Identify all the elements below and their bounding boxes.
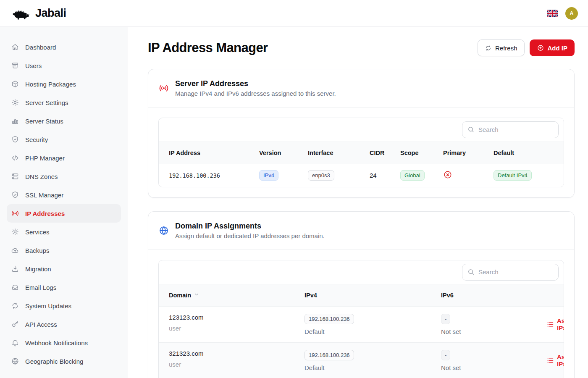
ipv6-label: Not set [441, 328, 547, 335]
sidebar-item-label: PHP Manager [25, 155, 65, 162]
sidebar-item-backups[interactable]: Backups [7, 241, 121, 260]
globe-icon [158, 225, 169, 236]
server-stack-icon [11, 172, 19, 181]
ipv6-badge: - [441, 350, 450, 360]
user-avatar[interactable]: A [565, 7, 578, 20]
language-flag-icon[interactable] [547, 10, 558, 17]
sidebar-item-php-manager[interactable]: PHP Manager [7, 149, 121, 167]
sidebar-item-server-settings[interactable]: Server Settings [7, 93, 121, 112]
sidebar-item-label: Security [25, 136, 48, 143]
sidebar-item-geographic-blocking[interactable]: Geographic Blocking [7, 352, 121, 370]
shield-check-icon [11, 135, 19, 144]
gear-icon [11, 228, 19, 236]
broadcast-icon [11, 209, 19, 218]
interface-badge: enp0s3 [308, 170, 334, 181]
gear-icon [11, 98, 19, 107]
sidebar-item-label: Hosting Packages [25, 81, 76, 88]
refresh-button-label: Refresh [495, 45, 517, 52]
sidebar-item-ip-addresses[interactable]: IP Addresses [7, 204, 121, 223]
domain-owner: user [169, 325, 304, 332]
domain-table-row: 123123.com user 192.168.100.236 Default … [159, 307, 564, 343]
col-domain[interactable]: Domain [169, 291, 304, 299]
sidebar-item-label: IP Addresses [25, 210, 65, 217]
ipv4-badge: 192.168.100.236 [304, 350, 354, 360]
server-ip-card: Server IP Addresses Manage IPv4 and IPv6… [148, 69, 575, 198]
assign-ips-button[interactable]: Assign IPs [547, 317, 564, 331]
refresh-icon [11, 302, 19, 310]
ipv4-label: Default [304, 364, 441, 371]
col-interface: Interface [308, 150, 370, 156]
server-ip-card-title: Server IP Addresses [175, 78, 336, 89]
sidebar-item-api-access[interactable]: API Access [7, 315, 121, 333]
col-domain-label: Domain [169, 292, 191, 299]
domain-search [462, 264, 559, 281]
sidebar-item-label: Services [25, 228, 50, 236]
domain-owner: user [169, 361, 304, 368]
sidebar-item-hosting-packages[interactable]: Hosting Packages [7, 75, 121, 93]
bell-icon [11, 339, 19, 347]
add-ip-button[interactable]: Add IP [530, 39, 575, 56]
domain-ip-card-subtitle: Assign default or dedicated IP addresses… [175, 231, 325, 241]
primary-x-circle-icon [443, 170, 452, 179]
server-ip-card-subtitle: Manage IPv4 and IPv6 addresses assigned … [175, 89, 336, 98]
col-ipv6: IPv6 [441, 292, 547, 299]
ipv4-badge: 192.168.100.236 [304, 314, 354, 324]
bar-chart-icon [11, 117, 19, 125]
domain-ip-card: Domain IP Assignments Assign default or … [148, 211, 575, 378]
topbar: Jabali A [0, 0, 588, 27]
ipv4-label: Default [304, 328, 441, 335]
search-icon [467, 126, 475, 134]
list-icon [547, 321, 554, 328]
sidebar-item-email-logs[interactable]: Email Logs [7, 278, 121, 297]
inbox-icon [11, 283, 19, 291]
sidebar-item-webhook-notifications[interactable]: Webhook Notifications [7, 333, 121, 352]
sidebar-item-services[interactable]: Services [7, 223, 121, 241]
sidebar-item-label: Dashboard [25, 44, 56, 51]
col-cidr: CIDR [370, 150, 400, 156]
brand[interactable]: Jabali [12, 7, 66, 20]
ip-address-value: 192.168.100.236 [169, 172, 259, 179]
sidebar-item-label: SSL Manager [25, 192, 63, 199]
sidebar-item-label: Backups [25, 247, 50, 254]
page-title: IP Address Manager [148, 40, 268, 55]
add-ip-button-label: Add IP [548, 45, 568, 52]
shield-check-icon [11, 191, 19, 199]
globe-icon [11, 357, 19, 365]
sidebar-item-security[interactable]: Security [7, 130, 121, 149]
domain-name: 321323.com [169, 350, 304, 357]
search-icon [467, 268, 475, 276]
sidebar-item-ssl-manager[interactable]: SSL Manager [7, 186, 121, 204]
domain-ip-card-title: Domain IP Assignments [175, 220, 325, 231]
col-default: Default [494, 150, 564, 156]
scope-badge: Global [400, 170, 425, 181]
code-icon [11, 154, 19, 162]
ipv6-label: Not set [441, 364, 547, 371]
sidebar-item-label: Server Settings [25, 99, 68, 106]
version-badge: IPv4 [259, 170, 278, 181]
server-ip-search-input[interactable] [462, 121, 559, 138]
col-scope: Scope [400, 150, 443, 156]
sidebar-item-users[interactable]: Users [7, 56, 121, 75]
sidebar-item-label: Server Status [25, 118, 63, 125]
server-ip-table-header: IP Address Version Interface CIDR Scope … [159, 142, 564, 164]
assign-ips-label: Assign IPs [557, 353, 564, 368]
main-content: IP Address Manager Refresh Add IP [128, 27, 588, 378]
package-icon [11, 80, 19, 88]
sidebar-item-dashboard[interactable]: Dashboard [7, 38, 121, 56]
sidebar-item-dns-zones[interactable]: DNS Zones [7, 167, 121, 186]
domain-table-row: 321323.com user 192.168.100.236 Default … [159, 343, 564, 378]
sidebar-item-label: Geographic Blocking [25, 358, 83, 365]
sidebar-item-server-status[interactable]: Server Status [7, 112, 121, 130]
broadcast-icon [158, 83, 169, 94]
sidebar-item-label: DNS Zones [25, 173, 58, 180]
sidebar-item-system-updates[interactable]: System Updates [7, 297, 121, 315]
domain-search-input[interactable] [462, 264, 559, 281]
sidebar-item-migration[interactable]: Migration [7, 260, 121, 278]
ipv6-badge: - [441, 314, 450, 324]
refresh-button[interactable]: Refresh [478, 39, 525, 56]
download-icon [11, 265, 19, 273]
chevron-down-icon [194, 291, 200, 299]
sidebar-item-label: System Updates [25, 302, 71, 310]
key-icon [11, 320, 19, 328]
assign-ips-button[interactable]: Assign IPs [547, 353, 564, 368]
